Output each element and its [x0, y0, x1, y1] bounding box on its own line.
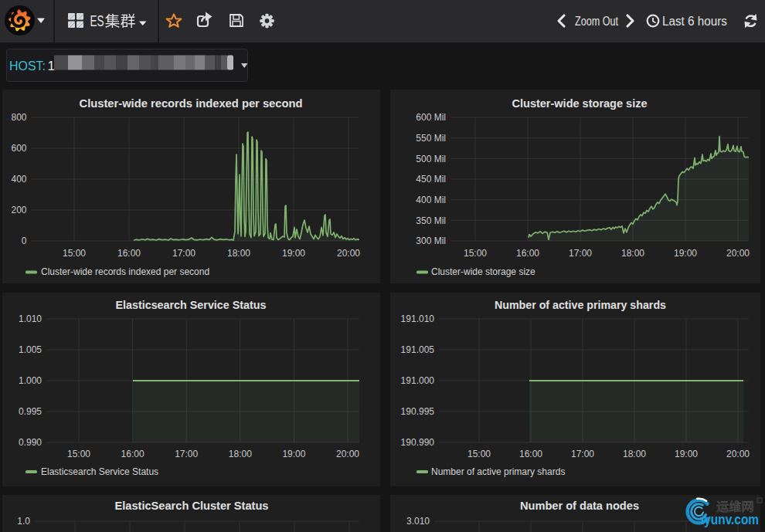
svg-text:Cluster-wide records indexed p: Cluster-wide records indexed per second — [80, 97, 303, 110]
svg-text:Cluster-wide storage size: Cluster-wide storage size — [431, 266, 536, 277]
svg-text:19:00: 19:00 — [282, 449, 305, 459]
svg-text:400: 400 — [11, 174, 26, 185]
svg-text:191.010: 191.010 — [401, 313, 435, 324]
svg-text:18:00: 18:00 — [229, 449, 252, 459]
svg-text:1: 1 — [48, 59, 55, 73]
svg-text:800: 800 — [11, 112, 26, 123]
svg-text:450 Mil: 450 Mil — [416, 174, 446, 185]
svg-text:190.995: 190.995 — [401, 406, 435, 417]
svg-text:15:00: 15:00 — [67, 449, 90, 459]
svg-text:20:00: 20:00 — [337, 248, 360, 259]
svg-text:Cluster-wide storage size: Cluster-wide storage size — [512, 97, 648, 110]
svg-text:190.990: 190.990 — [401, 437, 435, 448]
svg-text:0.995: 0.995 — [19, 406, 42, 417]
svg-text:15:00: 15:00 — [63, 248, 86, 259]
svg-text:ES: ES — [90, 12, 104, 29]
svg-text:Number of active primary shard: Number of active primary shards — [431, 466, 565, 477]
svg-text:0: 0 — [22, 236, 27, 246]
svg-text:1.0: 1.0 — [17, 516, 30, 527]
svg-text:1.010: 1.010 — [19, 313, 42, 324]
svg-text:20:00: 20:00 — [726, 449, 750, 459]
svg-text:16:00: 16:00 — [117, 248, 141, 259]
svg-text:300 Mil: 300 Mil — [416, 236, 446, 246]
svg-text:20:00: 20:00 — [336, 449, 359, 459]
svg-text:18:00: 18:00 — [621, 248, 644, 259]
svg-text:15:00: 15:00 — [468, 449, 491, 459]
svg-text:1.005: 1.005 — [19, 344, 42, 355]
svg-text:1.000: 1.000 — [19, 375, 42, 386]
svg-text:19:00: 19:00 — [282, 248, 305, 259]
svg-text:550 Mil: 550 Mil — [416, 133, 446, 144]
svg-text:16:00: 16:00 — [519, 449, 542, 459]
svg-text:3.010: 3.010 — [406, 516, 430, 527]
svg-text:Zoom Out: Zoom Out — [575, 15, 618, 28]
svg-text:HOST:: HOST: — [9, 59, 46, 73]
svg-text:0.990: 0.990 — [19, 437, 42, 448]
svg-text:191.005: 191.005 — [401, 344, 435, 355]
svg-text:19:00: 19:00 — [674, 248, 697, 259]
svg-text:ElasticSearch Cluster Status: ElasticSearch Cluster Status — [115, 499, 269, 512]
svg-text:17:00: 17:00 — [175, 449, 198, 459]
svg-text:Number of active primary shard: Number of active primary shards — [495, 298, 666, 311]
svg-text:600: 600 — [11, 143, 26, 154]
svg-text:200: 200 — [11, 205, 26, 215]
svg-text:Cluster-wide records indexed p: Cluster-wide records indexed per second — [41, 266, 209, 277]
svg-text:500 Mil: 500 Mil — [416, 154, 446, 164]
svg-text:17:00: 17:00 — [571, 449, 594, 459]
svg-text:Elasticsearch Service Status: Elasticsearch Service Status — [41, 466, 158, 477]
svg-text:Elasticsearch Service Status: Elasticsearch Service Status — [116, 298, 267, 311]
svg-text:19:00: 19:00 — [675, 449, 698, 459]
svg-text:16:00: 16:00 — [121, 449, 144, 459]
svg-text:18:00: 18:00 — [227, 248, 250, 259]
svg-text:Last 6 hours: Last 6 hours — [662, 15, 727, 28]
svg-text:400 Mil: 400 Mil — [416, 195, 446, 205]
svg-text:15:00: 15:00 — [464, 248, 487, 259]
svg-text:17:00: 17:00 — [172, 248, 196, 259]
svg-text:600 Mil: 600 Mil — [416, 112, 446, 123]
svg-text:17:00: 17:00 — [569, 248, 592, 259]
svg-text:20:00: 20:00 — [726, 248, 750, 259]
svg-text:iyunv.com: iyunv.com — [701, 511, 759, 527]
svg-text:350 Mil: 350 Mil — [416, 215, 446, 226]
svg-text:18:00: 18:00 — [623, 449, 646, 459]
svg-text:16:00: 16:00 — [516, 248, 539, 259]
svg-text:Number of data nodes: Number of data nodes — [520, 499, 639, 512]
svg-text:191.000: 191.000 — [401, 375, 435, 386]
